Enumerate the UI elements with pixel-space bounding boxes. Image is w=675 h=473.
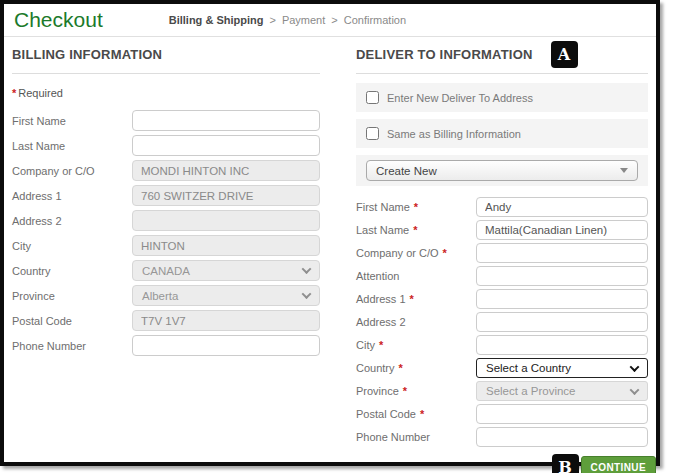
deliver-address-2-label: Address 2: [356, 316, 476, 328]
deliver-company-or-c-o-label: Company or C/O*: [356, 247, 476, 259]
billing-row-last-name: Last Name: [12, 135, 320, 156]
billing-address-2-input: [132, 210, 320, 231]
billing-row-city: City: [12, 235, 320, 256]
deliver-heading: DELIVER TO INFORMATION: [356, 47, 533, 62]
billing-form: First NameLast NameCompany or C/OAddress…: [12, 110, 320, 356]
deliver-attention-label: Attention: [356, 270, 476, 282]
required-asterisk: *: [413, 224, 417, 236]
enter-new-address-option: Enter New Deliver To Address: [356, 83, 648, 112]
breadcrumb: Billing & Shipping > Payment > Confirmat…: [169, 14, 406, 26]
deliver-last-name-label: Last Name*: [356, 224, 476, 236]
deliver-row-country: Country*Select a Country: [356, 358, 648, 378]
billing-city-input: [132, 235, 320, 256]
deliver-company-or-c-o-input[interactable]: [476, 243, 648, 263]
deliver-country-label: Country*: [356, 362, 476, 374]
address-book-band: Create New: [356, 155, 648, 186]
deliver-row-address-2: Address 2: [356, 312, 648, 332]
billing-row-address-1: Address 1: [12, 185, 320, 206]
required-asterisk: *: [443, 247, 447, 259]
same-as-billing-label: Same as Billing Information: [387, 128, 521, 140]
breadcrumb-separator: >: [331, 14, 337, 26]
deliver-row-last-name: Last Name*: [356, 220, 648, 240]
billing-country-select: CANADA: [132, 260, 320, 281]
billing-row-province: ProvinceAlberta: [12, 285, 320, 306]
deliver-postal-code-input[interactable]: [476, 404, 648, 424]
deliver-row-attention: Attention: [356, 266, 648, 286]
deliver-row-phone-number: Phone Number: [356, 427, 648, 447]
deliver-row-city: City*: [356, 335, 648, 355]
required-asterisk: *: [379, 339, 383, 351]
enter-new-address-checkbox[interactable]: [366, 91, 379, 104]
deliver-first-name-label: First Name*: [356, 201, 476, 213]
deliver-country-select[interactable]: Select a Country: [476, 358, 648, 378]
checkout-columns: BILLING INFORMATION *Required First Name…: [4, 37, 656, 473]
billing-city-label: City: [12, 240, 132, 252]
deliver-province-label: Province*: [356, 385, 476, 397]
deliver-row-province: Province*Select a Province: [356, 381, 648, 401]
billing-province-select: Alberta: [132, 285, 320, 306]
annotation-badge-a: A: [551, 41, 578, 68]
chevron-down-icon: [620, 168, 628, 173]
chevron-down-icon: [302, 289, 312, 299]
billing-company-or-c-o-label: Company or C/O: [12, 165, 132, 177]
address-book-select[interactable]: Create New: [366, 160, 638, 181]
enter-new-address-label: Enter New Deliver To Address: [387, 92, 533, 104]
required-asterisk: *: [12, 87, 16, 99]
deliver-city-input[interactable]: [476, 335, 648, 355]
same-as-billing-checkbox[interactable]: [366, 127, 379, 140]
billing-province-select-value: Alberta: [142, 290, 178, 302]
required-asterisk: *: [403, 385, 407, 397]
deliver-province-select-value: Select a Province: [486, 385, 576, 397]
deliver-address-2-input[interactable]: [476, 312, 648, 332]
deliver-form: First Name*Last Name*Company or C/O*Atte…: [356, 197, 648, 447]
page-header: Checkout Billing & Shipping > Payment > …: [4, 4, 656, 37]
billing-last-name-input[interactable]: [132, 135, 320, 156]
required-asterisk: *: [420, 408, 424, 420]
deliver-heading-row: DELIVER TO INFORMATION A: [356, 41, 648, 74]
chevron-down-icon: [630, 385, 640, 395]
breadcrumb-step-billing-shipping: Billing & Shipping: [169, 14, 264, 26]
billing-address-1-input: [132, 185, 320, 206]
billing-first-name-input[interactable]: [132, 110, 320, 131]
required-note: *Required: [12, 87, 320, 99]
deliver-to-information-section: DELIVER TO INFORMATION A Enter New Deliv…: [356, 37, 648, 473]
billing-province-label: Province: [12, 290, 132, 302]
chevron-down-icon: [302, 264, 312, 274]
billing-address-1-label: Address 1: [12, 190, 132, 202]
billing-last-name-label: Last Name: [12, 140, 132, 152]
deliver-first-name-input[interactable]: [476, 197, 648, 217]
billing-heading: BILLING INFORMATION: [12, 47, 320, 74]
billing-company-or-c-o-input: [132, 160, 320, 181]
billing-postal-code-label: Postal Code: [12, 315, 132, 327]
billing-country-label: Country: [12, 265, 132, 277]
billing-row-country: CountryCANADA: [12, 260, 320, 281]
deliver-address-1-label: Address 1*: [356, 293, 476, 305]
chevron-down-icon: [630, 362, 640, 372]
required-note-label: Required: [18, 87, 63, 99]
same-as-billing-option: Same as Billing Information: [356, 119, 648, 148]
required-asterisk: *: [414, 201, 418, 213]
deliver-phone-number-input[interactable]: [476, 427, 648, 447]
billing-information-section: BILLING INFORMATION *Required First Name…: [12, 37, 320, 473]
billing-address-2-label: Address 2: [12, 215, 132, 227]
deliver-row-company-or-c-o: Company or C/O*: [356, 243, 648, 263]
breadcrumb-step-confirmation: Confirmation: [344, 14, 406, 26]
deliver-country-select-value: Select a Country: [486, 362, 571, 374]
billing-country-select-value: CANADA: [142, 265, 190, 277]
continue-row: B CONTINUE: [356, 454, 656, 473]
billing-postal-code-input: [132, 310, 320, 331]
deliver-last-name-input[interactable]: [476, 220, 648, 240]
required-asterisk: *: [410, 293, 414, 305]
billing-phone-number-input[interactable]: [132, 335, 320, 356]
deliver-address-1-input[interactable]: [476, 289, 648, 309]
breadcrumb-separator: >: [269, 14, 275, 26]
deliver-row-postal-code: Postal Code*: [356, 404, 648, 424]
continue-button[interactable]: CONTINUE: [581, 456, 656, 473]
deliver-row-first-name: First Name*: [356, 197, 648, 217]
deliver-city-label: City*: [356, 339, 476, 351]
billing-row-phone-number: Phone Number: [12, 335, 320, 356]
deliver-row-address-1: Address 1*: [356, 289, 648, 309]
billing-row-first-name: First Name: [12, 110, 320, 131]
annotation-badge-b: B: [552, 454, 579, 473]
deliver-attention-input[interactable]: [476, 266, 648, 286]
